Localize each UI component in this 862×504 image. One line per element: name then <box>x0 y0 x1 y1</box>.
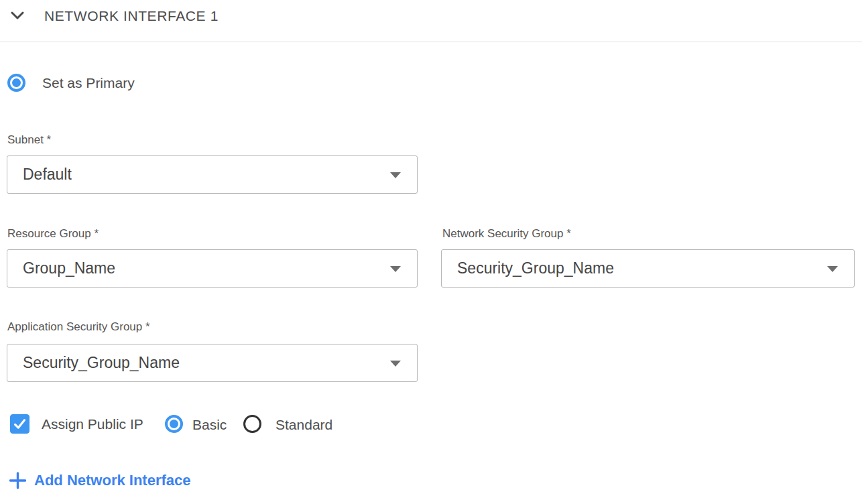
add-network-interface-label: Add Network Interface <box>34 471 191 490</box>
public-ip-sku-standard-radio[interactable] <box>243 415 261 433</box>
application-security-group-label: Application Security Group * <box>7 320 150 334</box>
section-header: NETWORK INTERFACE 1 <box>0 0 862 42</box>
network-security-group-value: Security_Group_Name <box>457 259 614 277</box>
resource-group-label: Resource Group * <box>7 227 99 241</box>
public-ip-sku-basic-label[interactable]: Basic <box>192 416 227 434</box>
caret-down-icon <box>390 266 401 272</box>
section-divider <box>0 42 862 42</box>
caret-down-icon <box>390 361 401 367</box>
network-security-group-label: Network Security Group * <box>442 227 571 241</box>
application-security-group-value: Security_Group_Name <box>23 354 180 372</box>
caret-down-icon <box>827 266 838 272</box>
subnet-label: Subnet * <box>7 133 51 147</box>
subnet-value: Default <box>23 166 72 184</box>
set-as-primary-radio[interactable] <box>7 74 25 92</box>
assign-public-ip-label[interactable]: Assign Public IP <box>42 415 143 433</box>
public-ip-sku-standard-label[interactable]: Standard <box>275 416 332 434</box>
resource-group-select[interactable]: Group_Name <box>7 249 418 288</box>
add-network-interface-link[interactable]: Add Network Interface <box>9 471 191 490</box>
subnet-select[interactable]: Default <box>7 155 418 194</box>
check-icon <box>13 417 27 431</box>
set-as-primary-label[interactable]: Set as Primary <box>42 74 135 92</box>
network-security-group-select[interactable]: Security_Group_Name <box>441 249 855 288</box>
assign-public-ip-checkbox[interactable] <box>10 414 29 434</box>
radio-dot-icon <box>12 78 21 87</box>
chevron-down-icon[interactable] <box>11 11 24 20</box>
section-title: NETWORK INTERFACE 1 <box>44 8 219 24</box>
caret-down-icon <box>390 172 401 178</box>
plus-icon <box>9 472 26 489</box>
resource-group-value: Group_Name <box>23 259 115 277</box>
public-ip-sku-basic-radio[interactable] <box>165 415 183 433</box>
radio-dot-icon <box>170 420 178 428</box>
application-security-group-select[interactable]: Security_Group_Name <box>7 344 418 382</box>
